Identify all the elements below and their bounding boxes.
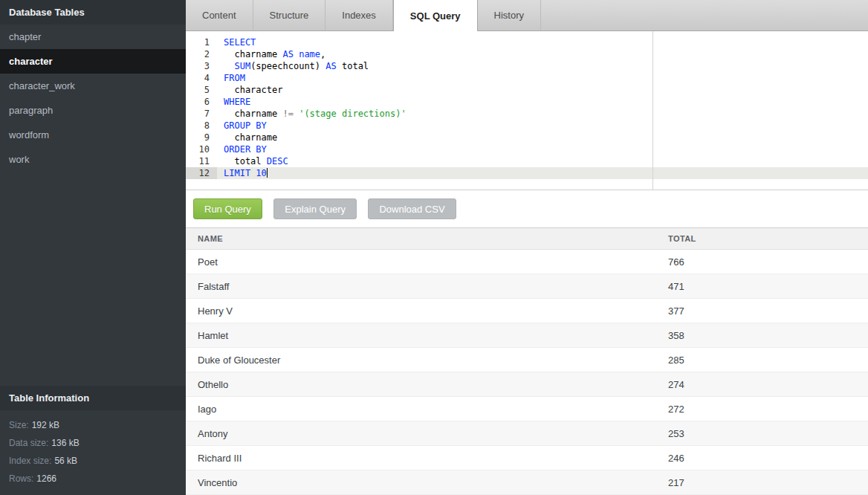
cell-name: Othello	[186, 379, 668, 390]
tab-history[interactable]: History	[478, 0, 541, 30]
editor-line: 9 charname	[186, 132, 868, 143]
sidebar-item-character_work[interactable]: character_work	[0, 74, 186, 98]
info-value: 56 kB	[54, 456, 77, 466]
sidebar: Database Tables chaptercharactercharacte…	[0, 0, 186, 495]
sidebar-item-paragraph[interactable]: paragraph	[0, 98, 186, 123]
explain-query-button[interactable]: Explain Query	[273, 198, 357, 219]
line-number: 7	[186, 108, 217, 120]
code-text: GROUP BY	[217, 120, 267, 132]
table-information-header: Table Information	[0, 386, 186, 410]
info-value: 1266	[36, 473, 56, 484]
tab-sql-query[interactable]: SQL Query	[393, 0, 478, 31]
editor-line: 4FROM	[186, 72, 868, 84]
table-row[interactable]: Othello274	[186, 372, 868, 397]
info-value: 192 kB	[32, 420, 59, 430]
editor-line: 5 character	[186, 84, 868, 96]
editor-line: 10ORDER BY	[186, 143, 868, 155]
info-label: Size:	[9, 420, 29, 430]
database-tables-header: Database Tables	[0, 0, 186, 25]
table-row[interactable]: Poet766	[186, 250, 868, 274]
line-number: 1	[186, 36, 217, 48]
cell-name: Duke of Gloucester	[186, 355, 668, 366]
line-number: 4	[186, 72, 217, 84]
info-label: Index size:	[9, 456, 51, 466]
table-row[interactable]: Iago272	[186, 397, 868, 421]
sql-editor[interactable]: 1SELECT2 charname AS name,3 SUM(speechco…	[186, 31, 868, 190]
text-cursor	[267, 168, 268, 178]
cell-total: 358	[668, 330, 684, 341]
cell-total: 377	[668, 305, 684, 317]
table-row[interactable]: Duke of Gloucester285	[186, 348, 868, 372]
cell-name: Henry V	[186, 305, 668, 317]
sql-editor-lines: 1SELECT2 charname AS name,3 SUM(speechco…	[186, 36, 868, 179]
editor-line: 11 total DESC	[186, 155, 868, 167]
cell-total: 766	[668, 256, 684, 268]
run-query-button[interactable]: Run Query	[193, 198, 262, 219]
cell-total: 246	[668, 453, 684, 464]
cell-total: 217	[668, 477, 684, 488]
code-text: SELECT	[217, 36, 256, 48]
sidebar-item-character[interactable]: character	[0, 49, 186, 74]
line-number: 3	[186, 60, 217, 72]
info-label: Rows:	[9, 473, 33, 484]
table-row[interactable]: Vincentio217	[186, 470, 868, 495]
line-number: 6	[186, 96, 217, 108]
cell-name: Antony	[186, 428, 668, 439]
table-info-row: Rows:1266	[9, 470, 177, 488]
cell-name: Poet	[186, 256, 668, 268]
line-number: 12	[186, 167, 217, 179]
table-list: chaptercharactercharacter_workparagraphw…	[0, 25, 186, 172]
table-info-row: Data size:136 kB	[9, 434, 177, 452]
code-text: SUM(speechcount) AS total	[217, 60, 369, 72]
table-info-row: Index size:56 kB	[9, 452, 177, 470]
line-number: 5	[186, 84, 217, 96]
code-text: FROM	[217, 72, 245, 84]
table-row[interactable]: Henry V377	[186, 299, 868, 323]
cell-total: 253	[668, 428, 684, 439]
editor-line: 3 SUM(speechcount) AS total	[186, 60, 868, 72]
code-text: charname AS name,	[217, 48, 326, 60]
line-number: 2	[186, 48, 217, 60]
results-header-row: NAME TOTAL	[186, 228, 868, 250]
cell-name: Vincentio	[186, 477, 668, 488]
query-toolbar: Run Query Explain Query Download CSV	[186, 190, 868, 227]
table-row[interactable]: Richard III246	[186, 446, 868, 470]
tab-indexes[interactable]: Indexes	[326, 0, 393, 30]
table-row[interactable]: Hamlet358	[186, 323, 868, 348]
cell-name: Hamlet	[186, 330, 668, 341]
table-row[interactable]: Antony253	[186, 421, 868, 446]
cell-name: Richard III	[186, 453, 668, 464]
tab-structure[interactable]: Structure	[253, 0, 326, 30]
download-csv-button[interactable]: Download CSV	[368, 198, 456, 219]
tab-bar: ContentStructureIndexesSQL QueryHistory	[186, 0, 868, 31]
column-header-name[interactable]: NAME	[186, 234, 668, 243]
code-text: total DESC	[217, 155, 288, 167]
cell-name: Iago	[186, 404, 668, 415]
main-panel: ContentStructureIndexesSQL QueryHistory …	[186, 0, 868, 495]
editor-line: 6WHERE	[186, 96, 868, 108]
cell-total: 274	[668, 379, 684, 390]
line-number: 9	[186, 132, 217, 143]
code-text: ORDER BY	[217, 143, 267, 155]
code-text: charname	[217, 132, 277, 143]
tab-content[interactable]: Content	[186, 0, 253, 30]
app-window: Database Tables chaptercharactercharacte…	[0, 0, 868, 495]
editor-line: 12LIMIT 10	[186, 167, 868, 179]
info-value: 136 kB	[51, 438, 79, 448]
info-label: Data size:	[9, 438, 48, 448]
editor-pane-divider	[652, 31, 653, 190]
line-number: 10	[186, 143, 217, 155]
code-text: charname != '(stage directions)'	[217, 108, 407, 120]
sidebar-item-wordform[interactable]: wordform	[0, 123, 186, 147]
results-rows: Poet766Falstaff471Henry V377Hamlet358Duk…	[186, 250, 868, 495]
editor-line: 1SELECT	[186, 36, 868, 48]
table-info-panel: Table Information Size:192 kBData size:1…	[0, 386, 186, 495]
editor-line: 2 charname AS name,	[186, 48, 868, 60]
line-number: 8	[186, 120, 217, 132]
line-number: 11	[186, 155, 217, 167]
cell-total: 471	[668, 281, 684, 292]
table-row[interactable]: Falstaff471	[186, 274, 868, 299]
column-header-total[interactable]: TOTAL	[668, 234, 696, 243]
sidebar-item-chapter[interactable]: chapter	[0, 25, 186, 49]
sidebar-item-work[interactable]: work	[0, 147, 186, 172]
